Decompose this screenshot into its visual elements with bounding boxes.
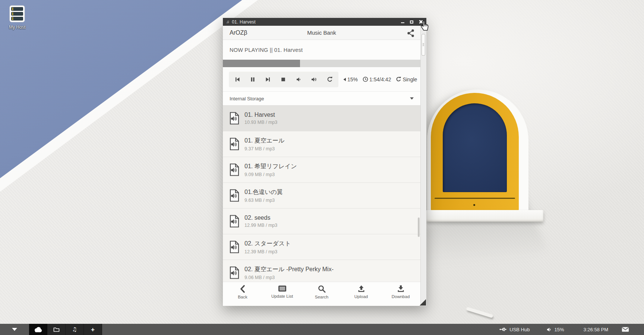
song-title: 01. Harvest xyxy=(244,112,277,118)
music-note-icon: ♫ xyxy=(72,326,77,333)
progress-fill xyxy=(223,60,300,67)
taskbar-tile-add[interactable]: + xyxy=(84,324,102,335)
wall-window-groove xyxy=(435,198,515,199)
song-meta: 9.37 MB / mp3 xyxy=(244,146,284,151)
player-controls: 15% 1:54/4:42 Single xyxy=(223,67,420,92)
song-title: 02. 夏空エール -Pretty Perky Mix- xyxy=(244,266,334,273)
player-footer: Back Update List Search Upload Downbad xyxy=(223,282,420,305)
download-button[interactable]: Downbad xyxy=(389,285,412,299)
wall-window-knob xyxy=(473,204,475,206)
close-button[interactable] xyxy=(418,19,423,24)
song-meta: 12.39 MB / mp3 xyxy=(244,249,291,254)
folder-icon xyxy=(53,327,60,332)
wall-window-frame xyxy=(431,93,519,211)
search-icon xyxy=(318,285,326,293)
volume-down-button[interactable] xyxy=(296,76,302,82)
wall-window-sill xyxy=(426,210,543,222)
pause-button[interactable] xyxy=(250,76,256,82)
playback-mode[interactable]: Single xyxy=(396,76,417,82)
taskbar-tile-files[interactable] xyxy=(47,324,66,335)
share-icon xyxy=(407,29,414,37)
volume-triangle-icon xyxy=(343,78,346,81)
music-player-window: ♫ 01. Harvest ArOZβ Music Bank xyxy=(223,18,426,306)
song-list: 01. Harvest10.93 MB / mp3 01. 夏空エール9.37 … xyxy=(223,106,420,282)
stop-button[interactable] xyxy=(280,76,286,82)
caret-down-icon xyxy=(12,328,17,331)
audio-file-icon xyxy=(229,189,240,202)
upload-button[interactable]: Upload xyxy=(350,285,372,299)
update-list-button[interactable]: Update List xyxy=(271,285,293,298)
plus-icon: + xyxy=(91,326,95,333)
audio-file-icon xyxy=(229,266,240,279)
cloud-icon xyxy=(34,327,42,332)
maximize-button[interactable] xyxy=(409,19,414,24)
time-readout: 1:54/4:42 xyxy=(363,76,391,82)
close-icon xyxy=(419,20,423,24)
previous-track-button[interactable] xyxy=(234,76,240,82)
search-button[interactable]: Search xyxy=(310,285,333,299)
stop-icon xyxy=(280,76,286,82)
loop-button[interactable] xyxy=(327,76,333,82)
next-track-button[interactable] xyxy=(265,76,271,82)
song-title: 01. 夏空エール xyxy=(244,137,284,145)
song-row[interactable]: 02. 夏空エール -Pretty Perky Mix-9.06 MB / mp… xyxy=(223,260,420,282)
usb-icon xyxy=(499,327,507,332)
loop-icon xyxy=(327,76,333,82)
share-button[interactable] xyxy=(407,29,414,37)
volume-readout[interactable]: 15% xyxy=(343,76,358,82)
chevron-down-icon xyxy=(410,97,414,100)
song-row[interactable]: 02. seeds12.99 MB / mp3 xyxy=(223,209,420,234)
volume-up-icon xyxy=(311,76,318,82)
window-titlebar[interactable]: ♫ 01. Harvest xyxy=(223,18,426,26)
song-row[interactable]: 02. スターダスト12.39 MB / mp3 xyxy=(223,234,420,260)
taskbar-menu-button[interactable] xyxy=(0,324,29,335)
upload-icon xyxy=(357,285,365,292)
song-title: 02. スターダスト xyxy=(244,240,291,248)
song-title: 01. 希望リフレイン xyxy=(244,163,297,170)
download-icon xyxy=(397,285,405,292)
taskbar-clock: 3:26:58 PM xyxy=(584,327,609,332)
song-row[interactable]: 01.色違いの翼9.63 MB / mp3 xyxy=(223,183,420,209)
list-icon xyxy=(278,285,287,292)
taskbar: ♫ + USB Hub 15% xyxy=(0,324,644,335)
song-row[interactable]: 01. 希望リフレイン9.09 MB / mp3 xyxy=(223,157,420,183)
audio-file-icon xyxy=(229,112,240,125)
song-meta: 12.99 MB / mp3 xyxy=(244,223,277,228)
storage-select[interactable]: Internal Storage xyxy=(223,92,420,106)
song-meta: 10.93 MB / mp3 xyxy=(244,120,277,125)
taskbar-tile-music[interactable]: ♫ xyxy=(66,324,84,335)
wall-window-glass xyxy=(443,103,507,192)
song-row[interactable]: 01. Harvest10.93 MB / mp3 xyxy=(223,106,420,131)
maximize-icon xyxy=(410,21,413,24)
audio-file-icon xyxy=(229,138,240,150)
taskbar-volume[interactable]: 15% xyxy=(547,327,564,332)
taskbar-tile-cloud[interactable] xyxy=(29,324,47,335)
volume-down-icon xyxy=(296,76,302,82)
song-meta: 9.63 MB / mp3 xyxy=(244,198,283,203)
progress-bar[interactable] xyxy=(223,60,420,67)
back-button[interactable]: Back xyxy=(231,285,254,299)
window-resize-handle[interactable] xyxy=(420,299,426,306)
desktop-icon-my-host[interactable]: My Host xyxy=(4,5,30,30)
volume-up-button[interactable] xyxy=(311,76,318,82)
song-title: 01.色違いの翼 xyxy=(244,188,283,196)
usb-hub-status[interactable]: USB Hub xyxy=(499,327,530,332)
song-row[interactable]: 01. 夏空エール9.37 MB / mp3 xyxy=(223,131,420,157)
window-scrollbar-thumb[interactable] xyxy=(422,34,425,56)
storage-select-value: Internal Storage xyxy=(230,96,264,101)
music-note-icon: ♫ xyxy=(226,20,229,24)
minimize-icon xyxy=(401,22,404,23)
window-title: 01. Harvest xyxy=(232,19,398,25)
song-meta: 9.06 MB / mp3 xyxy=(244,275,334,280)
minimize-button[interactable] xyxy=(400,19,405,24)
next-icon xyxy=(265,76,271,82)
desktop-background: My Host ♫ 01. Harvest ArOZβ Music Bank xyxy=(0,0,644,335)
window-scrollbar-track[interactable] xyxy=(420,26,426,306)
taskbar-mail[interactable] xyxy=(622,327,629,332)
audio-file-icon xyxy=(229,163,240,176)
speaker-icon xyxy=(547,327,552,332)
list-scrollbar-thumb[interactable] xyxy=(418,217,420,237)
audio-file-icon xyxy=(229,241,240,253)
song-meta: 9.09 MB / mp3 xyxy=(244,172,297,177)
envelope-icon xyxy=(622,327,629,332)
